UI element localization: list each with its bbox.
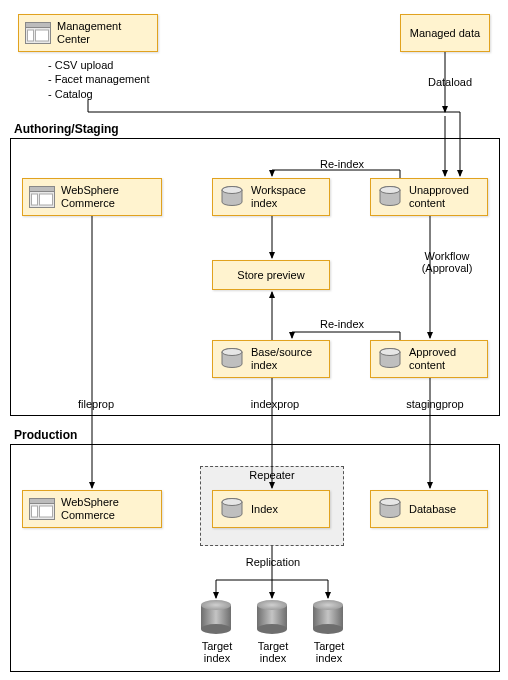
target-cylinder-2 — [257, 600, 287, 634]
label-workspace-index: Workspace index — [251, 184, 323, 209]
target-cylinder-1 — [201, 600, 231, 634]
cylinder-icon — [219, 498, 245, 520]
app-window-icon — [25, 22, 51, 44]
svg-rect-6 — [32, 194, 38, 205]
svg-rect-2 — [28, 30, 34, 41]
svg-point-9 — [222, 187, 242, 194]
label-database: Database — [409, 503, 456, 516]
node-approved-content: Approved content — [370, 340, 488, 378]
label-managed-data: Managed data — [410, 27, 480, 40]
node-store-preview: Store preview — [212, 260, 330, 290]
label-target-1: Target index — [198, 640, 236, 664]
label-fileprop: fileprop — [66, 398, 126, 410]
cylinder-icon — [219, 186, 245, 208]
bullet-csv-upload: CSV upload — [48, 58, 188, 72]
label-store-preview: Store preview — [237, 269, 304, 282]
label-websphere-production: WebSphere Commerce — [61, 496, 155, 521]
section-title-authoring: Authoring/Staging — [10, 122, 123, 136]
label-reindex-2: Re-index — [312, 318, 372, 330]
svg-point-13 — [222, 349, 242, 356]
label-approved-content: Approved content — [409, 346, 481, 371]
svg-rect-1 — [26, 23, 51, 28]
node-websphere-authoring: WebSphere Commerce — [22, 178, 162, 216]
cylinder-icon — [377, 498, 403, 520]
svg-rect-3 — [36, 30, 49, 41]
section-title-production: Production — [10, 428, 81, 442]
node-management-center: Management Center — [18, 14, 158, 52]
cylinder-icon — [377, 348, 403, 370]
node-managed-data: Managed data — [400, 14, 490, 52]
svg-rect-17 — [30, 499, 55, 504]
svg-rect-18 — [32, 506, 38, 517]
label-replication: Replication — [238, 556, 308, 568]
repeater-title: Repeater — [201, 469, 343, 481]
label-websphere-authoring: WebSphere Commerce — [61, 184, 155, 209]
label-dataload: Dataload — [420, 76, 480, 88]
label-unapproved-content: Unapproved content — [409, 184, 481, 209]
svg-rect-7 — [40, 194, 53, 205]
node-unapproved-content: Unapproved content — [370, 178, 488, 216]
cylinder-icon — [219, 348, 245, 370]
label-management-center: Management Center — [57, 20, 151, 45]
app-window-icon — [29, 186, 55, 208]
svg-point-23 — [380, 499, 400, 506]
bullet-catalog: Catalog — [48, 87, 188, 101]
svg-point-11 — [380, 187, 400, 194]
app-window-icon — [29, 498, 55, 520]
label-indexprop: indexprop — [240, 398, 310, 410]
svg-point-21 — [222, 499, 242, 506]
node-database: Database — [370, 490, 488, 528]
label-target-3: Target index — [310, 640, 348, 664]
label-stagingprop: stagingprop — [400, 398, 470, 410]
node-base-source-index: Base/source index — [212, 340, 330, 378]
label-workflow: Workflow (Approval) — [412, 250, 482, 274]
diagram-canvas: Management Center Managed data CSV uploa… — [0, 0, 508, 680]
management-center-bullets: CSV upload Facet management Catalog — [48, 58, 188, 101]
svg-rect-5 — [30, 187, 55, 192]
label-target-2: Target index — [254, 640, 292, 664]
svg-rect-19 — [40, 506, 53, 517]
cylinder-icon — [377, 186, 403, 208]
target-cylinder-3 — [313, 600, 343, 634]
node-websphere-production: WebSphere Commerce — [22, 490, 162, 528]
label-base-source-index: Base/source index — [251, 346, 323, 371]
label-index: Index — [251, 503, 278, 516]
svg-point-15 — [380, 349, 400, 356]
bullet-facet-management: Facet management — [48, 72, 188, 86]
label-reindex-1: Re-index — [312, 158, 372, 170]
node-workspace-index: Workspace index — [212, 178, 330, 216]
node-index: Index — [212, 490, 330, 528]
